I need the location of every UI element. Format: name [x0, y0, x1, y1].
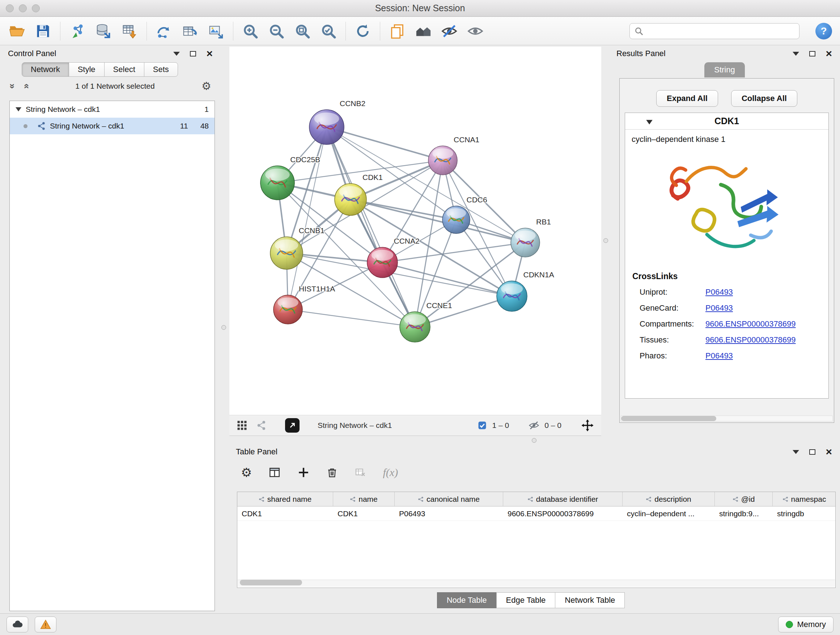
open-session-button[interactable] [8, 22, 26, 41]
crosslink-value-link[interactable]: 9606.ENSP00000378699 [706, 335, 796, 345]
delete-trash-icon[interactable] [326, 467, 338, 478]
tab-network[interactable]: Network [22, 62, 69, 77]
show-columns-icon[interactable] [268, 466, 281, 478]
network-options-gear-icon[interactable]: ⚙ [202, 81, 211, 92]
network-edge-CCNB2-CCNA1[interactable] [327, 127, 443, 160]
zoom-selected-button[interactable] [319, 22, 338, 41]
collapse-all-button[interactable]: Collapse All [731, 90, 797, 107]
move-network-icon[interactable] [581, 419, 594, 432]
tab-edge-table[interactable]: Edge Table [496, 592, 556, 608]
panel-menu-icon[interactable] [173, 52, 180, 56]
collapse-all-networks-icon[interactable]: » [21, 84, 31, 89]
column-header-description[interactable]: description [622, 492, 715, 506]
zoom-in-button[interactable] [241, 22, 259, 41]
level-of-detail-button[interactable] [414, 22, 432, 41]
network-node-CCNB2[interactable]: CCNB2 [309, 99, 365, 144]
close-panel-icon[interactable]: × [206, 48, 213, 59]
column-header-name[interactable]: name [333, 492, 395, 506]
table-cell[interactable]: stringdb [773, 507, 836, 521]
share-network-icon[interactable] [256, 420, 267, 431]
table-row[interactable]: CDK1CDK1P064939606.ENSP00000378699cyclin… [237, 507, 835, 521]
scrollbar-thumb[interactable] [621, 416, 716, 421]
crosslink-value-link[interactable]: 9606.ENSP00000378699 [706, 319, 796, 329]
network-row[interactable]: String Network – cdk1 11 48 [10, 118, 215, 134]
collapse-gene-triangle-icon[interactable] [646, 119, 653, 125]
table-cell[interactable]: P06493 [395, 507, 503, 521]
splitter-handle[interactable] [221, 325, 226, 330]
save-session-button[interactable] [34, 22, 52, 41]
add-column-icon[interactable] [297, 466, 309, 478]
refresh-view-button[interactable] [354, 22, 372, 41]
tab-sets[interactable]: Sets [144, 62, 178, 77]
help-button[interactable]: ? [815, 23, 832, 40]
float-panel-icon[interactable] [809, 51, 815, 57]
column-header-@id[interactable]: @id [715, 492, 773, 506]
expand-all-button[interactable]: Expand All [656, 90, 718, 107]
table-settings-gear-icon[interactable]: ⚙ [241, 466, 252, 478]
tab-string[interactable]: String [704, 62, 745, 78]
results-horizontal-scrollbar[interactable] [621, 416, 833, 421]
network-edge-CCNB2-CCNE1[interactable] [327, 127, 415, 327]
close-panel-icon[interactable]: × [826, 447, 832, 457]
function-builder-button[interactable]: f(x) [383, 466, 398, 478]
close-window-button[interactable] [6, 4, 14, 12]
hide-graphics-details-button[interactable] [440, 22, 458, 41]
expand-all-networks-icon[interactable]: » [8, 84, 17, 89]
crosslink-value-link[interactable]: P06493 [706, 303, 733, 313]
cloud-status-button[interactable] [6, 616, 28, 632]
scrollbar-thumb[interactable] [240, 580, 302, 585]
column-header-database-identifier[interactable]: database identifier [503, 492, 622, 506]
import-table-button[interactable] [120, 22, 139, 41]
float-panel-icon[interactable] [809, 449, 815, 455]
import-network-file-button[interactable] [68, 22, 87, 41]
show-annotations-button[interactable] [388, 22, 406, 41]
network-node-CDKN1A[interactable]: CDKN1A [497, 271, 554, 311]
network-node-CCNB1[interactable]: CCNB1 [270, 226, 325, 269]
minimize-window-button[interactable] [19, 4, 27, 12]
column-header-shared-name[interactable]: shared name [237, 492, 333, 506]
tab-network-table[interactable]: Network Table [555, 592, 625, 608]
network-node-CCNA1[interactable]: CCNA1 [428, 135, 479, 175]
network-node-HIST1H1A[interactable]: HIST1H1A [273, 285, 335, 324]
tab-node-table[interactable]: Node Table [437, 592, 497, 608]
show-graphics-details-button[interactable] [466, 22, 485, 41]
table-horizontal-scrollbar[interactable] [238, 580, 835, 587]
memory-button[interactable]: Memory [778, 616, 834, 632]
column-header-namespac[interactable]: namespac [773, 492, 836, 506]
tab-select[interactable]: Select [104, 62, 144, 77]
panel-menu-icon[interactable] [793, 52, 799, 56]
network-node-CDK1[interactable]: CDK1 [335, 173, 383, 215]
new-network-table-button[interactable] [181, 22, 199, 41]
table-cell[interactable]: stringdb:9... [715, 507, 773, 521]
network-canvas[interactable]: CCNB2CCNA1CDC25BCDK1CDC6RB1CCNB1CCNA2CDK… [229, 47, 601, 415]
network-node-RB1[interactable]: RB1 [511, 218, 551, 257]
warnings-button[interactable] [35, 616, 57, 632]
column-header-canonical-name[interactable]: canonical name [395, 492, 503, 506]
network-edge-HIST1H1A-CCNE1[interactable] [288, 310, 415, 327]
table-cell[interactable]: CDK1 [237, 507, 333, 521]
crosslink-value-link[interactable]: P06493 [706, 287, 733, 297]
export-image-button[interactable] [207, 22, 225, 41]
zoom-window-button[interactable] [32, 4, 40, 12]
table-cell[interactable]: cyclin–dependent ... [622, 507, 715, 521]
table-cell[interactable]: 9606.ENSP00000378699 [503, 507, 622, 521]
network-node-CCNE1[interactable]: CCNE1 [400, 301, 452, 342]
splitter-handle[interactable] [603, 238, 608, 243]
clone-network-button[interactable] [155, 22, 173, 41]
float-panel-icon[interactable] [190, 51, 196, 57]
detach-view-button[interactable] [285, 418, 300, 432]
splitter-handle[interactable] [532, 438, 537, 443]
network-edge-CDK1-RB1[interactable] [351, 200, 525, 242]
network-edge-CCNB2-HIST1H1A[interactable] [288, 127, 327, 310]
panel-menu-icon[interactable] [793, 450, 799, 454]
search-input[interactable] [630, 23, 799, 39]
network-collection-row[interactable]: String Network – cdk1 1 [10, 101, 215, 118]
zoom-out-button[interactable] [267, 22, 286, 41]
grid-icon[interactable] [237, 420, 248, 431]
crosslink-value-link[interactable]: P06493 [706, 351, 733, 361]
table-cell[interactable]: CDK1 [333, 507, 395, 521]
tab-style[interactable]: Style [69, 62, 104, 77]
close-panel-icon[interactable]: × [826, 48, 832, 59]
zoom-fit-button[interactable] [294, 22, 311, 41]
import-network-database-button[interactable] [95, 22, 112, 41]
